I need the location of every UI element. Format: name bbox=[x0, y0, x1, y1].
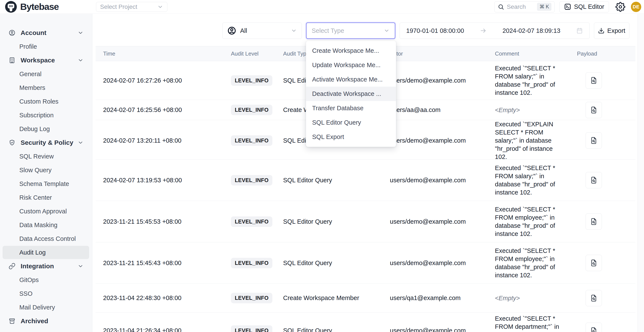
row-time-text: 2024-02-07 13:20:11 +08:00 bbox=[103, 137, 182, 144]
sidebar-item-label: GitOps bbox=[19, 276, 39, 284]
row-comment-text: Executed `"EXPLAIN SELECT * FROM salary;… bbox=[495, 120, 569, 161]
person-circle-icon bbox=[8, 29, 16, 36]
avatar[interactable]: DE bbox=[631, 2, 641, 12]
sidebar-item-schema-template[interactable]: Schema Template bbox=[2, 177, 89, 190]
chevron-down-icon bbox=[78, 263, 84, 269]
sql-editor-button[interactable]: SQL Editor bbox=[559, 1, 609, 12]
type-option-update-workspace-me[interactable]: Update Workspace Me... bbox=[306, 58, 396, 72]
row-time-text: 2024-02-07 13:19:53 +08:00 bbox=[103, 177, 182, 184]
sidebar-item-custom-approval[interactable]: Custom Approval bbox=[2, 205, 89, 218]
actor-filter-select[interactable]: All bbox=[222, 22, 302, 39]
payload-view-button[interactable] bbox=[586, 290, 602, 306]
row-actor-text: users/aa@aa.com bbox=[390, 106, 440, 114]
row-comment-text: Executed `"SELECT * FROM employee;"` in … bbox=[495, 247, 569, 279]
row-actor: users/demo@example.com bbox=[384, 61, 488, 100]
row-audit-type-text: Create Workspace Member bbox=[283, 295, 359, 302]
calendar-icon[interactable] bbox=[576, 27, 583, 34]
type-option-deactivate-workspace[interactable]: Deactivate Workspace ... bbox=[306, 87, 396, 101]
payload-view-button[interactable] bbox=[586, 255, 602, 271]
sidebar-item-label: Subscription bbox=[19, 112, 54, 119]
row-audit-type: Create Workspace Member bbox=[275, 284, 384, 312]
sidebar-item-workspace[interactable]: Workspace bbox=[2, 54, 89, 67]
table-row: 2024-02-07 13:19:53 +08:00LEVEL_INFOSQL … bbox=[96, 160, 636, 201]
sidebar-item-label: Account bbox=[20, 29, 46, 36]
row-actor: users/qa1@example.com bbox=[384, 284, 488, 312]
row-payload bbox=[569, 100, 636, 120]
sidebar-item-general[interactable]: General bbox=[2, 67, 89, 81]
date-from-value[interactable]: 1970-01-01 08:00:00 bbox=[406, 27, 464, 34]
file-search-icon bbox=[590, 259, 598, 267]
chevron-down-icon bbox=[291, 28, 297, 34]
type-option-sql-export[interactable]: SQL Export bbox=[306, 130, 396, 144]
sidebar-item-data-masking[interactable]: Data Masking bbox=[2, 218, 89, 232]
payload-view-button[interactable] bbox=[586, 213, 602, 230]
chevron-down-icon bbox=[384, 28, 390, 34]
row-actor-text: users/demo@example.com bbox=[390, 327, 466, 332]
chevron-down-icon bbox=[78, 30, 84, 36]
payload-view-button[interactable] bbox=[586, 172, 602, 188]
row-time: 2023-11-04 21:26:34 +08:00 bbox=[96, 313, 224, 332]
sidebar-item-data-access-control[interactable]: Data Access Control bbox=[2, 232, 89, 245]
payload-view-button[interactable] bbox=[586, 102, 602, 118]
date-to-value[interactable]: 2024-02-07 18:09:13 bbox=[502, 27, 560, 34]
sidebar-item-mail-delivery[interactable]: Mail Delivery bbox=[2, 301, 89, 314]
column-header-time: Time bbox=[96, 46, 224, 61]
type-option-transfer-database[interactable]: Transfer Database bbox=[306, 101, 396, 115]
sidebar-item-account[interactable]: Account bbox=[2, 26, 89, 39]
sidebar-item-sso[interactable]: SSO bbox=[2, 287, 89, 300]
type-option-activate-workspace-me[interactable]: Activate Workspace Me... bbox=[306, 72, 396, 87]
type-option-create-workspace-me[interactable]: Create Workspace Me... bbox=[306, 43, 396, 58]
sidebar-item-security-policy[interactable]: Security & Policy bbox=[2, 136, 89, 149]
sidebar-item-audit-log[interactable]: Audit Log bbox=[2, 246, 89, 259]
gear-icon[interactable] bbox=[616, 2, 625, 12]
row-time-text: 2023-11-04 22:48:30 +08:00 bbox=[103, 295, 182, 302]
payload-view-button[interactable] bbox=[586, 72, 602, 89]
link-icon bbox=[8, 263, 16, 270]
row-audit-level: LEVEL_INFO bbox=[224, 61, 275, 100]
row-comment-text: Executed `"SELECT * FROM salary;"` in da… bbox=[495, 164, 569, 196]
audit-level-badge: LEVEL_INFO bbox=[231, 258, 272, 268]
terminal-icon bbox=[564, 3, 571, 10]
row-comment-text: Executed `"SELECT * FROM salary;"` in da… bbox=[495, 64, 569, 97]
payload-view-button[interactable] bbox=[586, 323, 602, 332]
sidebar-item-label: General bbox=[19, 71, 42, 78]
row-time: 2023-11-04 22:48:30 +08:00 bbox=[96, 284, 224, 312]
row-comment: Executed `"SELECT * FROM salary;"` in da… bbox=[488, 160, 569, 201]
row-time-text: 2023-11-04 21:26:34 +08:00 bbox=[103, 327, 182, 332]
sidebar-item-custom-roles[interactable]: Custom Roles bbox=[2, 95, 89, 108]
scrollbar-gutter[interactable] bbox=[638, 14, 644, 332]
sidebar-item-sql-review[interactable]: SQL Review bbox=[2, 150, 89, 163]
row-actor: users/demo@example.com bbox=[384, 201, 488, 242]
row-time: 2023-11-21 15:45:53 +08:00 bbox=[96, 201, 224, 242]
sidebar-item-subscription[interactable]: Subscription bbox=[2, 109, 89, 122]
type-option-sql-editor-query[interactable]: SQL Editor Query bbox=[306, 115, 396, 130]
search-box[interactable]: ⌘ K bbox=[494, 1, 555, 12]
sidebar-item-debug-log[interactable]: Debug Log bbox=[2, 122, 89, 136]
sidebar-item-risk-center[interactable]: Risk Center bbox=[2, 191, 89, 204]
person-circle-icon bbox=[227, 26, 236, 35]
sidebar-item-members[interactable]: Members bbox=[2, 81, 89, 94]
row-comment: Executed `"SELECT * FROM employee;"` in … bbox=[488, 201, 569, 242]
row-actor-text: users/demo@example.com bbox=[390, 177, 466, 184]
file-search-icon bbox=[590, 137, 598, 144]
file-search-icon bbox=[590, 327, 598, 332]
search-input[interactable] bbox=[507, 3, 534, 10]
file-search-icon bbox=[590, 106, 598, 114]
row-audit-level: LEVEL_INFO bbox=[224, 242, 275, 284]
sidebar-item-integration[interactable]: Integration bbox=[2, 260, 89, 273]
sidebar-item-label: Profile bbox=[19, 43, 37, 50]
date-range-picker[interactable]: 1970-01-01 08:00:00 2024-02-07 18:09:13 bbox=[400, 22, 590, 39]
type-filter-select[interactable]: Select Type bbox=[306, 22, 395, 39]
row-actor: users/demo@example.com bbox=[384, 242, 488, 284]
sidebar-item-label: SQL Review bbox=[19, 153, 54, 160]
project-select[interactable]: Select Project bbox=[96, 2, 167, 12]
sidebar-item-slow-query[interactable]: Slow Query bbox=[2, 164, 89, 177]
sidebar-item-archived[interactable]: Archived bbox=[2, 315, 89, 328]
payload-view-button[interactable] bbox=[586, 132, 602, 149]
export-button[interactable]: Export bbox=[594, 22, 630, 39]
sidebar-item-label: Custom Roles bbox=[19, 98, 58, 105]
sidebar-item-profile[interactable]: Profile bbox=[2, 40, 89, 53]
row-comment: Executed `"EXPLAIN SELECT * FROM salary;… bbox=[488, 120, 569, 161]
sidebar-item-label: Custom Approval bbox=[19, 208, 67, 215]
sidebar-item-gitops[interactable]: GitOps bbox=[2, 273, 89, 287]
